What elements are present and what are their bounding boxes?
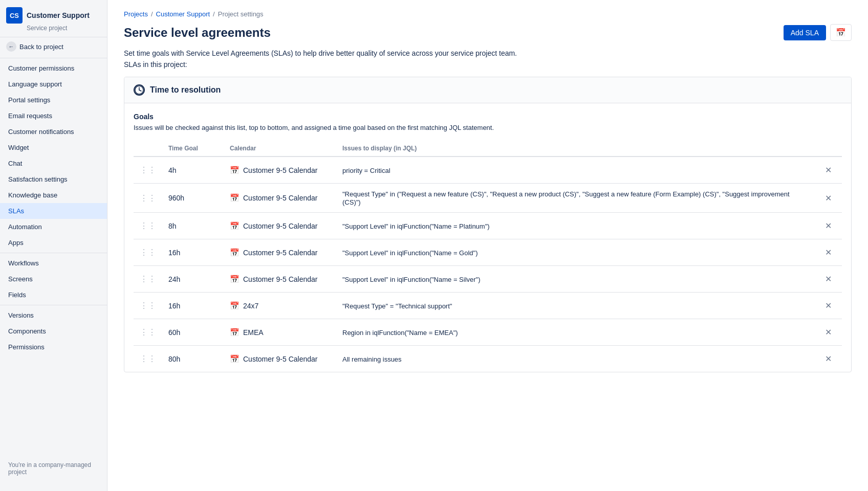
sidebar-item-workflows[interactable]: Workflows (0, 255, 107, 271)
remove-row-button[interactable]: ✕ (821, 352, 836, 366)
jql-cell: "Support Level" in iqlFunction("Name = P… (336, 213, 815, 239)
sidebar-item-language-support[interactable]: Language support (0, 76, 107, 92)
breadcrumb-sep-2: / (213, 10, 215, 18)
jql-cell: priority = Critical (336, 157, 815, 184)
sidebar-divider-1 (0, 58, 107, 58)
remove-cell: ✕ (815, 266, 842, 293)
sidebar-divider-3 (0, 305, 107, 305)
slas-in-project-label: SLAs in this project: (124, 60, 852, 69)
sidebar-item-customer-permissions[interactable]: Customer permissions (0, 60, 107, 76)
remove-row-button[interactable]: ✕ (821, 272, 836, 286)
remove-row-button[interactable]: ✕ (821, 219, 836, 233)
sidebar-item-versions[interactable]: Versions (0, 307, 107, 323)
calendar-cell: 📅 Customer 9-5 Calendar (224, 157, 336, 184)
sidebar-item-automation[interactable]: Automation (0, 219, 107, 235)
add-sla-button[interactable]: Add SLA (784, 25, 826, 40)
table-row: ⋮⋮ 16h 📅 24x7 "Request Type" = "Technica… (134, 293, 842, 319)
calendar-name: Customer 9-5 Calendar (243, 166, 318, 174)
th-time-goal: Time Goal (162, 141, 224, 157)
table-row: ⋮⋮ 80h 📅 Customer 9-5 Calendar All remai… (134, 346, 842, 372)
breadcrumb-projects[interactable]: Projects (124, 10, 148, 18)
calendar-cell: 📅 Customer 9-5 Calendar (224, 346, 336, 372)
sidebar-item-email-requests[interactable]: Email requests (0, 108, 107, 124)
sidebar-item-satisfaction-settings[interactable]: Satisfaction settings (0, 171, 107, 187)
drag-handle[interactable]: ⋮⋮ (134, 319, 162, 346)
remove-row-button[interactable]: ✕ (821, 246, 836, 259)
time-goal-cell: 80h (162, 346, 224, 372)
sidebar: CS Customer Support Service project ← Ba… (0, 0, 107, 491)
remove-cell: ✕ (815, 213, 842, 239)
time-goal-cell: 16h (162, 293, 224, 319)
sidebar-header: CS Customer Support Service project (0, 0, 107, 37)
drag-handle[interactable]: ⋮⋮ (134, 266, 162, 293)
goals-section: Goals Issues will be checked against thi… (124, 103, 851, 372)
goals-description: Issues will be checked against this list… (134, 124, 842, 131)
table-row: ⋮⋮ 16h 📅 Customer 9-5 Calendar "Support … (134, 239, 842, 266)
jql-cell: All remaining issues (336, 346, 815, 372)
drag-handle[interactable]: ⋮⋮ (134, 346, 162, 372)
sidebar-item-screens[interactable]: Screens (0, 271, 107, 287)
calendar-icon: 📅 (230, 221, 240, 231)
calendar-name: 24x7 (243, 302, 258, 310)
back-arrow-icon: ← (6, 41, 16, 52)
drag-handle[interactable]: ⋮⋮ (134, 213, 162, 239)
jql-cell: Region in iqlFunction("Name = EMEA") (336, 319, 815, 346)
th-drag (134, 141, 162, 157)
sidebar-item-portal-settings[interactable]: Portal settings (0, 92, 107, 108)
breadcrumb-customer-support[interactable]: Customer Support (156, 10, 210, 18)
company-managed-label: You're in a company-managed project (0, 456, 107, 481)
sidebar-item-chat[interactable]: Chat (0, 155, 107, 171)
sidebar-logo: CS (6, 7, 23, 24)
sidebar-item-components[interactable]: Components (0, 323, 107, 339)
jql-text: All remaining issues (342, 355, 402, 363)
back-to-project-button[interactable]: ← Back to project (0, 37, 107, 56)
calendar-icon-button[interactable]: 📅 (830, 24, 852, 41)
sidebar-item-apps[interactable]: Apps (0, 235, 107, 251)
sidebar-item-widget[interactable]: Widget (0, 140, 107, 155)
sidebar-item-permissions[interactable]: Permissions (0, 339, 107, 355)
remove-row-button[interactable]: ✕ (821, 191, 836, 205)
calendar-name: Customer 9-5 Calendar (243, 275, 318, 283)
remove-row-button[interactable]: ✕ (821, 325, 836, 339)
drag-handle[interactable]: ⋮⋮ (134, 293, 162, 319)
calendar-name: Customer 9-5 Calendar (243, 222, 318, 230)
clock-icon (134, 84, 145, 96)
breadcrumb: Projects / Customer Support / Project se… (124, 10, 852, 18)
sidebar-item-fields[interactable]: Fields (0, 287, 107, 303)
jql-cell: "Support Level" in iqlFunction("Name = G… (336, 239, 815, 266)
goals-title: Goals (134, 113, 842, 121)
drag-handle[interactable]: ⋮⋮ (134, 157, 162, 184)
calendar-cell: 📅 Customer 9-5 Calendar (224, 184, 336, 213)
sidebar-item-customer-notifications[interactable]: Customer notifications (0, 124, 107, 140)
th-issues-jql: Issues to display (in JQL) (336, 141, 815, 157)
jql-cell: "Support Level" in iqlFunction("Name = S… (336, 266, 815, 293)
table-row: ⋮⋮ 960h 📅 Customer 9-5 Calendar "Request… (134, 184, 842, 213)
jql-cell: "Request Type" in ("Request a new featur… (336, 184, 815, 213)
remove-cell: ✕ (815, 239, 842, 266)
sidebar-divider-2 (0, 253, 107, 253)
jql-cell: "Request Type" = "Technical support" (336, 293, 815, 319)
remove-row-button[interactable]: ✕ (821, 163, 836, 177)
drag-handle[interactable]: ⋮⋮ (134, 239, 162, 266)
calendar-name: Customer 9-5 Calendar (243, 249, 318, 257)
drag-handle[interactable]: ⋮⋮ (134, 184, 162, 213)
jql-text: "Request Type" = "Technical support" (342, 302, 452, 310)
remove-cell: ✕ (815, 346, 842, 372)
calendar-cell: 📅 EMEA (224, 319, 336, 346)
jql-text: Region in iqlFunction("Name = EMEA") (342, 329, 458, 337)
calendar-icon: 📅 (230, 275, 240, 284)
remove-cell: ✕ (815, 293, 842, 319)
table-row: ⋮⋮ 24h 📅 Customer 9-5 Calendar "Support … (134, 266, 842, 293)
calendar-name: Customer 9-5 Calendar (243, 355, 318, 363)
time-goal-cell: 960h (162, 184, 224, 213)
time-goal-cell: 60h (162, 319, 224, 346)
sidebar-project-title: Customer Support (27, 11, 90, 19)
jql-text: priority = Critical (342, 167, 390, 174)
sidebar-item-knowledge-base[interactable]: Knowledge base (0, 187, 107, 203)
jql-text: "Support Level" in iqlFunction("Name = P… (342, 222, 490, 230)
remove-row-button[interactable]: ✕ (821, 299, 836, 313)
calendar-icon: 📅 (230, 328, 240, 337)
table-row: ⋮⋮ 4h 📅 Customer 9-5 Calendar priority =… (134, 157, 842, 184)
breadcrumb-project-settings: Project settings (218, 10, 264, 18)
sidebar-item-slas[interactable]: SLAs (0, 203, 107, 219)
